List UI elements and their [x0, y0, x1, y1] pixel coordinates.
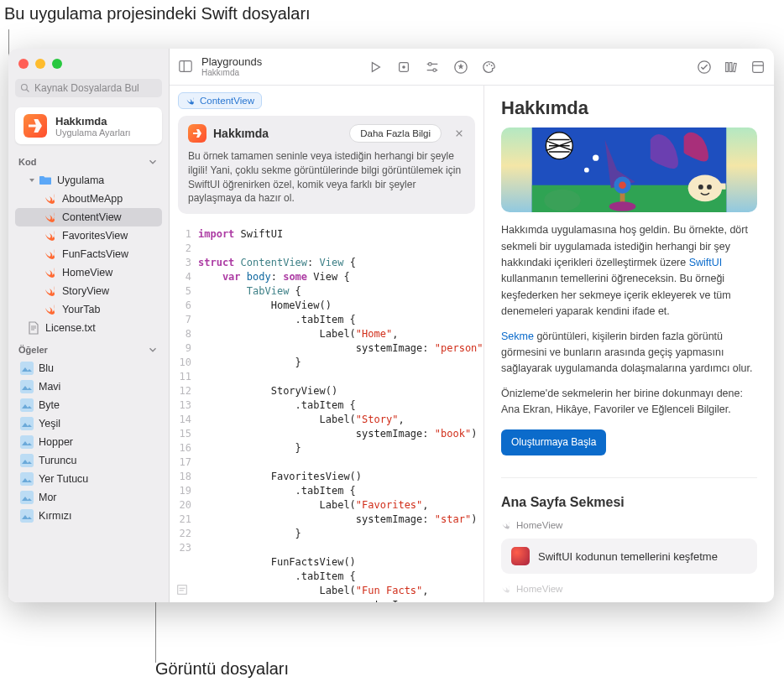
- svg-point-41: [698, 185, 703, 190]
- swift-file-icon: [44, 266, 57, 279]
- close-window-button[interactable]: [18, 59, 29, 69]
- guide-section-2: Ana Sayfa Sekmesi HomeView SwiftUI kodun…: [501, 477, 757, 602]
- walkthrough-body: Bu örnek tamamen seninle veya istediğin …: [188, 149, 465, 206]
- disclosure-open-icon: [27, 175, 37, 185]
- window-title: Playgrounds Hakkımda: [201, 56, 262, 77]
- start-building-button[interactable]: Oluşturmaya Başla: [501, 429, 606, 455]
- image-icon: [20, 491, 34, 504]
- homeview-link-row-2[interactable]: HomeView: [501, 584, 757, 594]
- guide-body: Hakkımda uygulamasına hoş geldin. Bu örn…: [501, 222, 757, 455]
- swift-file-icon: [44, 211, 57, 224]
- asset-hopper[interactable]: Hopper: [15, 433, 162, 451]
- svg-point-20: [487, 65, 489, 66]
- hero-image: [501, 128, 757, 212]
- link-sekme[interactable]: Sekme: [501, 330, 534, 342]
- more-info-button[interactable]: Daha Fazla Bilgi: [349, 124, 442, 143]
- star-circle-icon[interactable]: [453, 60, 468, 75]
- asset-yesil[interactable]: Yeşil: [15, 414, 162, 433]
- file-contentview[interactable]: ContentView: [15, 208, 162, 226]
- homeview-link-row[interactable]: HomeView: [501, 520, 757, 530]
- svg-line-1: [27, 90, 29, 92]
- svg-rect-11: [180, 61, 191, 72]
- svg-point-45: [584, 168, 589, 173]
- close-icon[interactable]: [453, 128, 465, 139]
- file-funfactsview[interactable]: FunFactsView: [15, 245, 162, 263]
- homeview-link-label-2: HomeView: [516, 584, 562, 594]
- sidebar: Kaynak Dosyalarda Bul Hakkımda Uygulama …: [8, 49, 170, 602]
- svg-point-39: [688, 174, 723, 201]
- stop-icon[interactable]: [396, 60, 411, 75]
- library-icon[interactable]: [724, 60, 739, 75]
- svg-point-0: [22, 85, 28, 91]
- svg-rect-8: [20, 472, 34, 486]
- asset-turuncu[interactable]: Turuncu: [15, 451, 162, 470]
- folder-uygulama[interactable]: Uygulama: [15, 171, 162, 190]
- asset-label: Blu: [39, 362, 54, 374]
- link-swiftui[interactable]: SwiftUI: [689, 257, 723, 268]
- app-icon: [24, 114, 47, 138]
- minimize-window-button[interactable]: [35, 59, 45, 69]
- run-icon[interactable]: [368, 60, 383, 75]
- editor-pane: ContentView Hakkımda Daha Fazla Bilgi: [170, 86, 484, 602]
- toggle-sidebar-icon[interactable]: [178, 59, 193, 74]
- window-controls: [8, 49, 169, 75]
- svg-rect-25: [729, 62, 732, 71]
- swift-file-icon: [44, 192, 57, 206]
- check-circle-icon[interactable]: [697, 60, 712, 75]
- lesson-card[interactable]: SwiftUI kodunun temellerini keşfetme: [501, 539, 757, 574]
- image-icon: [20, 509, 34, 523]
- file-label: License.txt: [45, 322, 96, 334]
- chevron-down-icon: [147, 156, 159, 168]
- section-header-code[interactable]: Kod: [8, 151, 169, 169]
- folder-icon: [39, 174, 52, 187]
- asset-byte[interactable]: Byte: [15, 396, 162, 414]
- zoom-window-button[interactable]: [52, 59, 62, 69]
- svg-rect-40: [717, 184, 725, 190]
- format-icon[interactable]: [176, 584, 188, 596]
- callout-swift-files: Bu uygulama projesindeki Swift dosyaları: [4, 4, 311, 23]
- svg-rect-3: [20, 380, 34, 393]
- svg-rect-2: [20, 362, 34, 375]
- section-header-assets[interactable]: Öğeler: [8, 339, 169, 357]
- app-settings-card[interactable]: Hakkımda Uygulama Ayarları: [15, 107, 162, 144]
- svg-point-42: [707, 185, 712, 190]
- palette-icon[interactable]: [482, 60, 497, 75]
- asset-label: Mor: [39, 492, 57, 503]
- image-icon: [20, 362, 34, 375]
- asset-mavi[interactable]: Mavi: [15, 377, 162, 396]
- svg-point-38: [619, 181, 626, 189]
- image-icon: [20, 435, 34, 449]
- chevron-down-icon: [147, 344, 159, 356]
- content-split: ContentView Hakkımda Daha Fazla Bilgi: [170, 86, 774, 602]
- file-label: AboutMeApp: [62, 193, 123, 205]
- search-input[interactable]: Kaynak Dosyalarda Bul: [15, 79, 162, 97]
- asset-label: Hopper: [39, 436, 73, 448]
- preview-pane-icon[interactable]: [750, 60, 766, 75]
- file-homeview[interactable]: HomeView: [15, 263, 162, 282]
- file-yourtab[interactable]: YourTab: [15, 300, 162, 319]
- guide-title: Hakkımda: [501, 97, 757, 119]
- title-main: Playgrounds: [201, 56, 262, 68]
- breadcrumb: ContentView: [170, 86, 483, 116]
- file-license[interactable]: License.txt: [15, 319, 162, 337]
- lesson-icon: [511, 547, 530, 565]
- code-body[interactable]: import SwiftUI struct ContentView: View …: [198, 222, 483, 602]
- svg-rect-26: [733, 63, 736, 71]
- homeview-link-label: HomeView: [516, 520, 562, 530]
- svg-rect-10: [20, 509, 34, 523]
- file-aboutmeapp[interactable]: AboutMeApp: [15, 190, 162, 208]
- code-editor[interactable]: 1234567891011121314151617181920212223 im…: [170, 222, 483, 602]
- title-sub: Hakkımda: [201, 68, 262, 77]
- sliders-icon[interactable]: [425, 60, 440, 75]
- asset-yertutucu[interactable]: Yer Tutucu: [15, 470, 162, 488]
- toolbar-right: [697, 60, 766, 75]
- asset-kirmizi[interactable]: Kırmızı: [15, 507, 162, 525]
- svg-rect-6: [20, 435, 34, 449]
- svg-rect-24: [726, 62, 729, 71]
- file-storyview[interactable]: StoryView: [15, 282, 162, 300]
- file-favoritesview[interactable]: FavoritesView: [15, 226, 162, 245]
- asset-blu[interactable]: Blu: [15, 359, 162, 377]
- asset-mor[interactable]: Mor: [15, 488, 162, 507]
- crumb-contentview[interactable]: ContentView: [178, 92, 262, 109]
- asset-label: Yer Tutucu: [39, 473, 88, 485]
